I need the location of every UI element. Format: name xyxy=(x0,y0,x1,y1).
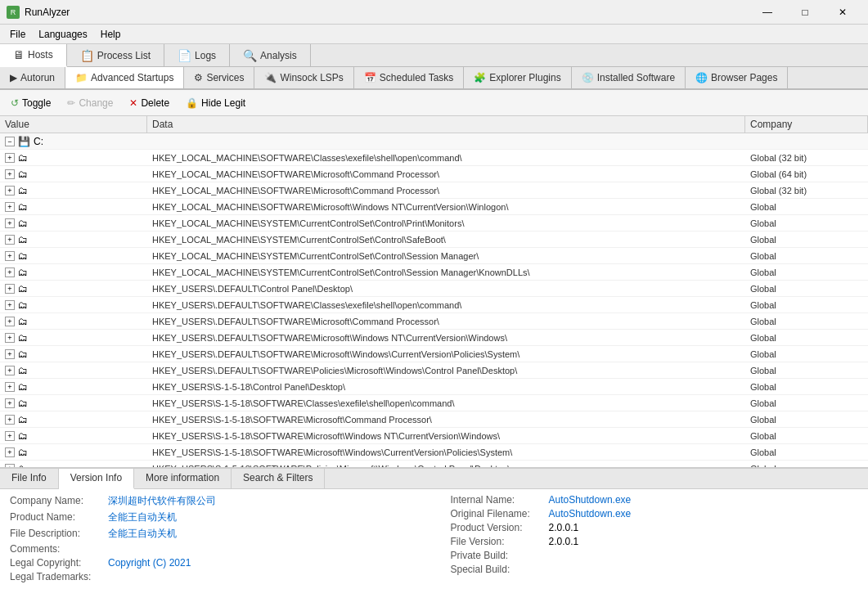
tab-advanced-startups[interactable]: 📁 Advanced Startups xyxy=(65,67,184,88)
table-row[interactable]: + 🗂 HKEY_USERS\.DEFAULT\SOFTWARE\Microso… xyxy=(0,346,868,362)
group-data xyxy=(147,141,745,142)
hide-legit-button[interactable]: 🔒 Hide Legit xyxy=(178,94,253,112)
tab-version-info[interactable]: Version Info xyxy=(59,469,134,489)
special-build-row: Special Build: xyxy=(451,564,859,575)
table-row[interactable]: + 🗂 HKEY_USERS\S-1-5-18\SOFTWARE\Classes… xyxy=(0,395,868,411)
table-row[interactable]: + 🗂 HKEY_LOCAL_MACHINE\SOFTWARE\Microsof… xyxy=(0,166,868,182)
table-row[interactable]: + 🗂 HKEY_USERS\.DEFAULT\SOFTWARE\Microso… xyxy=(0,330,868,346)
expand-icon[interactable]: + xyxy=(5,202,15,212)
tab-process-list[interactable]: 📋 Process List xyxy=(67,44,164,66)
row-data: HKEY_USERS\S-1-5-18\SOFTWARE\Microsoft\C… xyxy=(147,414,745,425)
table-row[interactable]: + 🗂 HKEY_USERS\.DEFAULT\SOFTWARE\Microso… xyxy=(0,313,868,330)
expand-icon[interactable]: + xyxy=(5,366,15,375)
tab-file-info[interactable]: File Info xyxy=(0,469,59,488)
titlebar-controls: — □ ✕ xyxy=(749,0,861,25)
row-company: Global xyxy=(745,381,868,393)
table-row[interactable]: + 🗂 HKEY_LOCAL_MACHINE\SOFTWARE\Classes\… xyxy=(0,150,868,166)
expand-icon[interactable]: + xyxy=(5,415,15,425)
row-value: + 🗂 xyxy=(0,217,147,230)
table-row[interactable]: + 🗂 HKEY_USERS\S-1-5-18\Control Panel\De… xyxy=(0,379,868,395)
group-row-c[interactable]: − 💾 C: xyxy=(0,133,868,150)
table-row[interactable]: + 🗂 HKEY_LOCAL_MACHINE\SYSTEM\CurrentCon… xyxy=(0,232,868,248)
table-row[interactable]: + 🗂 HKEY_USERS\S-1-5-18\SOFTWARE\Microso… xyxy=(0,411,868,428)
table-row[interactable]: + 🗂 HKEY_LOCAL_MACHINE\SYSTEM\CurrentCon… xyxy=(0,248,868,264)
expand-icon[interactable]: + xyxy=(5,349,15,359)
row-value: + 🗂 xyxy=(0,250,147,263)
tab-services[interactable]: ⚙ Services xyxy=(184,67,254,88)
tab-autorun[interactable]: ▶ Autorun xyxy=(0,67,65,88)
table-row[interactable]: + 🗂 HKEY_USERS\S-1-5-18\SOFTWARE\Microso… xyxy=(0,444,868,461)
registry-icon: 🗂 xyxy=(18,250,28,262)
minimize-button[interactable]: — xyxy=(749,0,786,25)
table-row[interactable]: + 🗂 HKEY_LOCAL_MACHINE\SYSTEM\CurrentCon… xyxy=(0,264,868,281)
table-row[interactable]: + 🗂 HKEY_LOCAL_MACHINE\SOFTWARE\Microsof… xyxy=(0,182,868,199)
menu-file[interactable]: File xyxy=(3,27,32,42)
expand-icon[interactable]: + xyxy=(5,317,15,326)
tab-hosts[interactable]: 🖥 Hosts xyxy=(0,44,67,67)
table-row[interactable]: + 🗂 HKEY_LOCAL_MACHINE\SOFTWARE\Microsof… xyxy=(0,199,868,215)
company-name-row: Company Name: 深圳超时代软件有限公司 xyxy=(10,494,418,508)
advanced-startups-icon: 📁 xyxy=(75,72,88,83)
tab-more-information[interactable]: More information xyxy=(134,469,232,488)
expand-icon[interactable]: + xyxy=(5,382,15,392)
toggle-button[interactable]: ↺ Toggle xyxy=(3,94,58,112)
expand-icon[interactable]: + xyxy=(5,300,15,310)
menu-languages[interactable]: Languages xyxy=(32,27,93,42)
expand-icon[interactable]: + xyxy=(5,268,15,277)
registry-icon: 🗂 xyxy=(18,414,28,425)
table-header: Value Data Company xyxy=(0,116,868,133)
table-row[interactable]: + 🗂 HKEY_USERS\S-1-5-18\SOFTWARE\Policie… xyxy=(0,461,868,468)
tab-search-filters[interactable]: Search & Filters xyxy=(232,469,325,488)
expand-icon[interactable]: + xyxy=(5,251,15,261)
expand-c-icon[interactable]: − xyxy=(5,137,15,146)
expand-icon[interactable]: + xyxy=(5,333,15,343)
company-name-label: Company Name: xyxy=(10,495,108,506)
table-row[interactable]: + 🗂 HKEY_USERS\.DEFAULT\Control Panel\De… xyxy=(0,281,868,297)
tab-installed-software[interactable]: 💿 Installed Software xyxy=(572,67,686,88)
row-data: HKEY_USERS\S-1-5-18\SOFTWARE\Microsoft\W… xyxy=(147,447,745,458)
expand-icon[interactable]: + xyxy=(5,398,15,408)
tab-winsock-lsps[interactable]: 🔌 Winsock LSPs xyxy=(254,67,353,88)
expand-icon[interactable]: + xyxy=(5,186,15,196)
tab-analysis[interactable]: 🔍 Analysis xyxy=(230,44,311,66)
expand-icon[interactable]: + xyxy=(5,169,15,179)
th-value: Value xyxy=(0,116,147,133)
expand-icon[interactable]: + xyxy=(5,153,15,163)
registry-icon: 🗂 xyxy=(18,316,28,327)
row-data: HKEY_LOCAL_MACHINE\SOFTWARE\Microsoft\Co… xyxy=(147,185,745,196)
expand-icon[interactable]: + xyxy=(5,218,15,228)
row-data: HKEY_LOCAL_MACHINE\SYSTEM\CurrentControl… xyxy=(147,234,745,245)
table-row[interactable]: + 🗂 HKEY_USERS\.DEFAULT\SOFTWARE\Policie… xyxy=(0,362,868,379)
drive-icon: 💾 xyxy=(18,136,30,147)
expand-icon[interactable]: + xyxy=(5,431,15,441)
table-row[interactable]: + 🗂 HKEY_USERS\S-1-5-18\SOFTWARE\Microso… xyxy=(0,428,868,444)
row-value: + 🗂 xyxy=(0,299,147,312)
row-company: Global (64 bit) xyxy=(745,169,868,180)
table-row[interactable]: + 🗂 HKEY_LOCAL_MACHINE\SYSTEM\CurrentCon… xyxy=(0,215,868,232)
change-label: Change xyxy=(79,97,113,109)
row-value: + 🗂 xyxy=(0,397,147,410)
tab-browser-pages[interactable]: 🌐 Browser Pages xyxy=(686,67,788,88)
tab-version-info-label: Version Info xyxy=(70,472,122,483)
tab-services-label: Services xyxy=(206,72,244,83)
expand-icon[interactable]: + xyxy=(5,284,15,294)
row-data: HKEY_USERS\S-1-5-18\Control Panel\Deskto… xyxy=(147,381,745,393)
expand-icon[interactable]: + xyxy=(5,447,15,457)
row-data: HKEY_LOCAL_MACHINE\SYSTEM\CurrentControl… xyxy=(147,218,745,229)
close-button[interactable]: ✕ xyxy=(824,0,861,25)
th-company: Company xyxy=(745,116,868,133)
tab-explorer-plugins[interactable]: 🧩 Explorer Plugins xyxy=(464,67,571,88)
table-row[interactable]: + 🗂 HKEY_USERS\.DEFAULT\SOFTWARE\Classes… xyxy=(0,297,868,313)
change-button[interactable]: ✏ Change xyxy=(60,94,120,112)
info-panel: Company Name: 深圳超时代软件有限公司 Product Name: … xyxy=(0,489,868,589)
menu-help[interactable]: Help xyxy=(94,27,128,42)
expand-icon[interactable]: + xyxy=(5,235,15,245)
delete-button[interactable]: ✕ Delete xyxy=(122,94,177,112)
tab-scheduled-tasks[interactable]: 📅 Scheduled Tasks xyxy=(354,67,465,88)
registry-icon: 🗂 xyxy=(18,398,28,409)
row-value: + 🗂 xyxy=(0,184,147,197)
tab-logs[interactable]: 📄 Logs xyxy=(164,44,230,66)
group-label: C: xyxy=(34,136,43,147)
maximize-button[interactable]: □ xyxy=(786,0,824,25)
row-company: Global xyxy=(745,234,868,245)
